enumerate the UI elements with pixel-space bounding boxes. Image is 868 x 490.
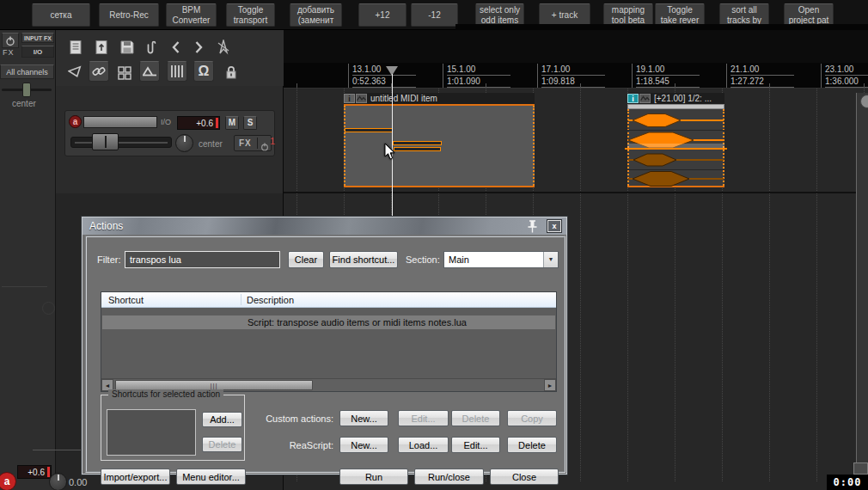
toolbar-button-plus-12[interactable]: +12 — [358, 3, 406, 27]
audio-item-body[interactable] — [627, 109, 724, 187]
column-shortcut[interactable]: Shortcut — [108, 295, 144, 305]
reascript-new-button[interactable]: New... — [339, 437, 388, 453]
run-close-button[interactable]: Run/close — [414, 469, 484, 485]
toolbar-button-open-project[interactable]: Open project pat — [784, 3, 834, 27]
item-info-icon[interactable]: i — [627, 94, 639, 103]
pan-knob[interactable] — [175, 134, 193, 152]
toolbar-button-mapping-tool[interactable]: mapping tool beta — [603, 3, 653, 27]
master-input-fx-button[interactable]: INPUT FX — [21, 33, 54, 43]
lock-icon[interactable] — [221, 62, 241, 83]
column-divider[interactable] — [241, 294, 241, 305]
volume-fader-handle[interactable] — [92, 133, 119, 150]
midi-item-body[interactable] — [344, 104, 535, 187]
close-button[interactable]: Close — [490, 469, 559, 485]
run-button[interactable]: Run — [339, 469, 408, 485]
midi-note[interactable] — [393, 141, 442, 145]
toolbar-button-minus-12[interactable]: -12 — [411, 3, 458, 27]
menu-editor-button[interactable]: Menu editor... — [176, 469, 246, 485]
mouse-cursor — [384, 143, 396, 161]
toolbar-button-toggle-transport[interactable]: Toggle transport — [226, 3, 275, 27]
clear-button[interactable]: Clear — [288, 251, 324, 268]
master-io-button[interactable]: I/O — [21, 46, 54, 58]
save-project-icon[interactable] — [117, 37, 138, 58]
panel-knob[interactable] — [860, 95, 868, 108]
toolbar-button-toggle-take[interactable]: Toggle take rever — [655, 3, 705, 27]
record-arm-button[interactable]: a — [69, 115, 82, 128]
toolbar-button-retro-rec[interactable]: Retro-Rec — [99, 3, 159, 27]
find-shortcut-button[interactable]: Find shortcut... — [329, 251, 398, 268]
timeline-ruler[interactable]: 13.1.000:52.363 15.1.001:01.090 17.1.001… — [284, 63, 868, 89]
filter-input[interactable]: transpos lua — [125, 251, 280, 268]
master-all-channels-button[interactable]: All channels — [0, 64, 54, 79]
item-envelope-icon[interactable] — [356, 94, 367, 103]
section-dropdown[interactable]: Main ▼ — [443, 251, 559, 268]
ruler-mark: 23.1.001:36.000 — [821, 64, 868, 88]
toolbar-button-bpm-converter[interactable]: BPM Converter — [166, 3, 217, 27]
pan-value-label: center — [199, 139, 223, 149]
section-label: Section: — [406, 254, 440, 265]
dialog-title-bar[interactable]: Actions x — [83, 217, 566, 235]
midi-note[interactable] — [345, 128, 393, 132]
column-description[interactable]: Description — [247, 295, 294, 305]
toolbar-button-grid[interactable]: сетка — [32, 3, 90, 27]
vertical-scrollbar[interactable] — [856, 93, 868, 479]
custom-delete-button[interactable]: Delete — [451, 410, 500, 426]
track-io-button[interactable]: I/O — [161, 118, 171, 126]
mute-button[interactable]: M — [225, 116, 239, 130]
custom-copy-button[interactable]: Copy — [507, 410, 557, 426]
close-icon[interactable]: x — [547, 220, 561, 232]
grid-lines-icon[interactable] — [167, 61, 187, 82]
midi-item[interactable]: i untitled MIDI item — [344, 93, 535, 187]
redo-icon[interactable] — [188, 37, 209, 58]
action-row-selected[interactable]: Script: transpose audio items or midi it… — [102, 315, 555, 329]
reascript-load-button[interactable]: Load... — [398, 437, 449, 453]
custom-edit-button[interactable]: Edit... — [398, 410, 449, 426]
fx-button-group[interactable]: FX — [234, 135, 272, 151]
master-fx-label[interactable]: FX — [3, 48, 15, 57]
undo-icon[interactable] — [166, 37, 186, 58]
new-project-icon[interactable] — [65, 37, 86, 58]
toolbar-strip — [455, 24, 868, 30]
shortcut-listbox[interactable] — [107, 409, 196, 456]
master-pan-slider-handle[interactable] — [22, 83, 31, 97]
divider — [33, 450, 82, 450]
solo-button[interactable]: S — [243, 116, 257, 130]
item-grouping-icon[interactable] — [89, 61, 109, 82]
item-envelope-icon[interactable] — [639, 94, 651, 103]
pin-icon[interactable] — [527, 220, 538, 236]
scroll-right-icon[interactable]: ► — [544, 379, 556, 391]
snap-magnet-icon[interactable]: Ω — [193, 61, 214, 82]
action-list[interactable]: ▲ Shortcut Description Script: transpose… — [101, 291, 557, 392]
reascript-edit-button[interactable]: Edit... — [451, 437, 500, 453]
midi-note[interactable] — [394, 147, 441, 151]
open-project-icon[interactable] — [91, 37, 112, 58]
toolbar-button-select-odd[interactable]: select only odd items — [475, 3, 524, 27]
delete-shortcut-button[interactable]: Delete — [202, 437, 242, 452]
track-volume-value[interactable]: +0.6 — [177, 116, 220, 130]
take-1-waveform — [628, 111, 724, 130]
custom-new-button[interactable]: New... — [339, 410, 388, 426]
pointer-tool-icon[interactable] — [65, 63, 86, 83]
mixer-volume-value[interactable]: +0.6 — [17, 465, 52, 479]
fx-power-icon[interactable] — [260, 139, 269, 155]
master-power-button[interactable] — [2, 33, 19, 48]
envelope-icon[interactable] — [139, 61, 160, 82]
grid-icon[interactable] — [114, 63, 135, 83]
ruler-mark: 15.1.001:01.090 — [443, 64, 510, 88]
chevron-down-icon[interactable]: ▼ — [543, 252, 558, 267]
mixer-record-arm-button[interactable]: a — [0, 472, 16, 490]
toolbar-button-add-track[interactable]: + track — [539, 3, 590, 27]
midi-item-label-bar: i untitled MIDI item — [344, 93, 535, 104]
toolbar-button-add-replace[interactable]: добавить (заменит — [290, 3, 342, 27]
reascript-delete-button[interactable]: Delete — [507, 437, 557, 453]
attach-icon[interactable] — [142, 37, 162, 58]
action-pointer-icon[interactable] — [213, 37, 234, 58]
item-info-icon[interactable]: i — [344, 94, 355, 103]
add-shortcut-button[interactable]: Add... — [202, 412, 242, 427]
import-export-button[interactable]: Import/export... — [101, 469, 170, 485]
master-pan-label: center — [12, 99, 36, 108]
audio-item[interactable]: i [+21.00] 1/2: ... — [627, 93, 724, 187]
toolbar-button-sort-tracks[interactable]: sort all tracks by — [719, 3, 769, 27]
track-name-field[interactable] — [83, 116, 157, 128]
mixer-pan-knob[interactable] — [49, 473, 67, 490]
